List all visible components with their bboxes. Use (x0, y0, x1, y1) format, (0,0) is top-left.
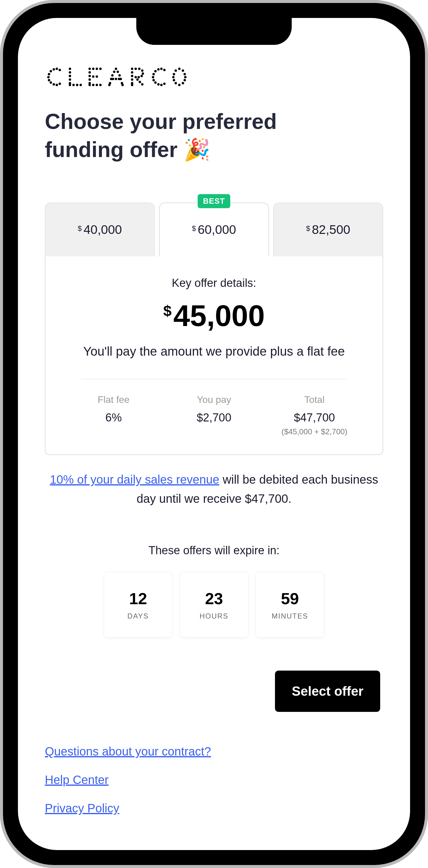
you-pay-col: You pay $2,700 (164, 394, 264, 436)
svg-point-4 (47, 76, 50, 79)
svg-point-34 (115, 68, 117, 70)
svg-point-48 (131, 68, 133, 70)
svg-point-13 (69, 75, 71, 77)
svg-point-11 (69, 68, 71, 70)
privacy-policy-link[interactable]: Privacy Policy (45, 802, 119, 815)
offer-tab-82500[interactable]: $82,500 (273, 203, 383, 256)
countdown-hours-value: 23 (205, 589, 223, 608)
svg-point-8 (56, 84, 58, 86)
svg-point-33 (99, 84, 102, 86)
select-offer-button[interactable]: Select offer (275, 671, 380, 712)
svg-point-43 (108, 84, 110, 86)
svg-point-2 (50, 70, 52, 72)
countdown-days-value: 12 (129, 589, 147, 608)
svg-point-63 (141, 83, 143, 86)
svg-point-20 (89, 68, 91, 70)
svg-point-71 (157, 83, 160, 86)
flat-fee-value: 6% (63, 411, 164, 424)
flat-fee-col: Flat fee 6% (63, 394, 164, 436)
flat-fee-label: Flat fee (63, 394, 164, 405)
svg-point-46 (115, 78, 117, 80)
svg-point-9 (59, 83, 61, 85)
svg-point-54 (134, 68, 137, 70)
svg-point-64 (160, 68, 163, 70)
total-sub: ($45,000 + $2,700) (264, 427, 365, 436)
svg-point-84 (174, 82, 177, 84)
svg-point-62 (139, 81, 141, 83)
svg-point-60 (134, 76, 137, 79)
best-badge: BEST (198, 194, 230, 208)
svg-point-25 (89, 75, 91, 77)
svg-point-14 (69, 79, 71, 81)
svg-point-82 (173, 79, 175, 81)
footer-links: Questions about your contract? Help Cent… (45, 745, 383, 815)
offer-details-panel: Key offer details: $45,000 You'll pay th… (45, 256, 383, 455)
svg-point-74 (163, 69, 166, 71)
svg-point-59 (137, 76, 140, 79)
svg-point-35 (113, 70, 116, 73)
svg-point-3 (48, 73, 50, 75)
svg-point-86 (178, 84, 180, 86)
svg-point-17 (72, 84, 75, 86)
svg-point-0 (56, 68, 58, 70)
svg-point-61 (136, 79, 139, 81)
total-value: $47,700 (264, 411, 365, 424)
device-frame: Choose your preferred funding offer 🎉 $4… (0, 0, 428, 868)
countdown-minutes-value: 59 (281, 589, 299, 608)
device-body: Choose your preferred funding offer 🎉 $4… (0, 0, 428, 868)
svg-point-7 (53, 83, 55, 86)
svg-point-78 (173, 73, 175, 75)
svg-point-65 (157, 68, 160, 70)
countdown-days-unit: DAYS (127, 612, 149, 620)
you-pay-label: You pay (164, 394, 264, 405)
total-label: Total (264, 394, 365, 405)
svg-point-76 (174, 69, 177, 72)
offer-tab-amount: $40,000 (78, 222, 122, 237)
total-col: Total $47,700 ($45,000 + $2,700) (264, 394, 365, 436)
offer-breakdown: Flat fee 6% You pay $2,700 Total $47,700… (63, 394, 365, 436)
svg-point-73 (163, 83, 166, 85)
countdown-days: 12 DAYS (104, 572, 172, 638)
svg-point-83 (184, 79, 186, 81)
offer-tab-60000[interactable]: BEST $60,000 (159, 203, 269, 256)
offer-description: You'll pay the amount we provide plus a … (63, 342, 365, 361)
svg-point-45 (112, 78, 114, 80)
svg-point-6 (50, 81, 52, 84)
svg-point-31 (92, 84, 94, 86)
offer-tabs: $40,000 BEST $60,000 $82,500 (45, 203, 383, 256)
svg-point-12 (69, 71, 71, 73)
svg-point-30 (89, 84, 91, 86)
help-center-link[interactable]: Help Center (45, 773, 108, 787)
svg-point-32 (96, 84, 98, 86)
svg-point-10 (59, 69, 61, 71)
countdown-hours-unit: HOURS (200, 612, 229, 620)
svg-point-26 (89, 79, 91, 81)
questions-contract-link[interactable]: Questions about your contract? (45, 745, 211, 758)
page-title: Choose your preferred funding offer 🎉 (45, 108, 383, 164)
expiry-label: These offers will expire in: (45, 544, 383, 557)
offer-details-heading: Key offer details: (63, 277, 365, 289)
svg-point-38 (118, 74, 121, 76)
svg-point-53 (131, 84, 133, 86)
svg-point-57 (142, 72, 144, 75)
revenue-debit-link[interactable]: 10% of your daily sales revenue (50, 473, 219, 486)
offer-amount: $45,000 (63, 299, 365, 333)
svg-point-23 (99, 68, 102, 70)
actions-row: Select offer (45, 671, 383, 712)
svg-point-16 (69, 84, 71, 86)
svg-point-22 (96, 68, 98, 70)
svg-point-21 (92, 68, 94, 70)
page-title-line2: funding offer 🎉 (45, 137, 210, 161)
svg-point-28 (92, 75, 94, 78)
svg-point-67 (153, 73, 155, 75)
countdown: 12 DAYS 23 HOURS 59 MINUTES (45, 572, 383, 638)
countdown-minutes-unit: MINUTES (272, 612, 308, 620)
svg-point-44 (121, 84, 124, 86)
svg-point-70 (154, 81, 157, 84)
page-content: Choose your preferred funding offer 🎉 $4… (18, 18, 410, 839)
svg-point-51 (131, 79, 133, 81)
page-title-line1: Choose your preferred (45, 110, 277, 133)
offer-tab-40000[interactable]: $40,000 (45, 203, 155, 256)
svg-point-19 (79, 84, 82, 86)
svg-point-69 (153, 79, 155, 81)
